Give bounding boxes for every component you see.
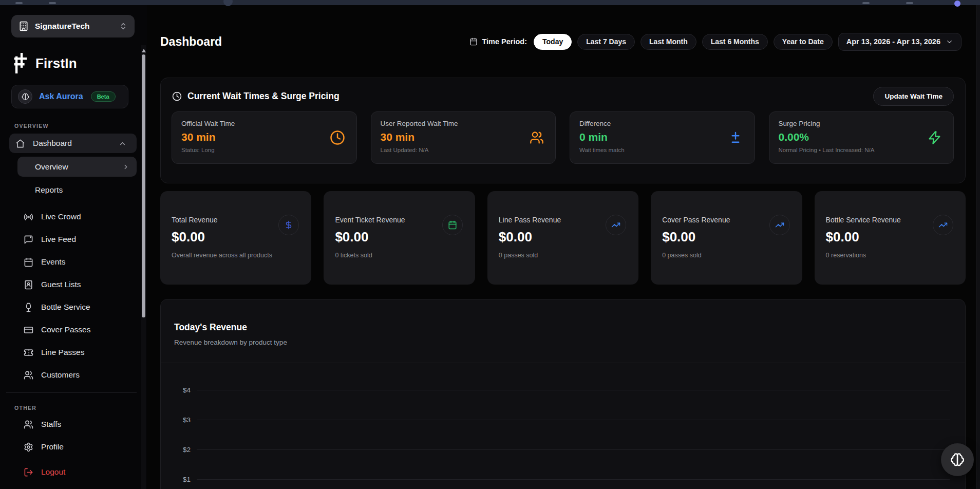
calendar-icon [24, 257, 33, 267]
sidebar-item-customers[interactable]: Customers [9, 365, 137, 385]
stat-value: 30 min [381, 131, 546, 143]
sidebar-item-label: Customers [41, 370, 126, 380]
date-range-dropdown[interactable]: Apr 13, 2026 - Apr 13, 2026 [838, 33, 962, 51]
sidebar-item-staffs[interactable]: Staffs [9, 414, 137, 435]
sidebar-item-guest-lists[interactable]: Guest Lists [9, 274, 137, 295]
update-wait-time-button[interactable]: Update Wait Time [873, 87, 954, 106]
sidebar-item-label: Cover Passes [41, 325, 126, 334]
period-last-7-days-button[interactable]: Last 7 Days [577, 34, 635, 50]
sidebar-item-label: Live Feed [41, 235, 126, 244]
zap-icon [928, 130, 942, 145]
chart-divider [161, 363, 965, 363]
ai-assistant-fab[interactable] [941, 443, 974, 476]
chart-subtitle: Revenue breakdown by product type [174, 338, 287, 346]
users-icon [24, 370, 33, 380]
page-header: Dashboard Time Period: Today Last 7 Days… [160, 32, 962, 51]
stat-value: 0 min [579, 131, 745, 143]
y-axis-row: $3 [161, 415, 965, 425]
trending-up-icon [938, 220, 948, 230]
users-icon [24, 420, 33, 429]
total-revenue-card: Total Revenue $0.00 Overall revenue acro… [160, 191, 311, 285]
period-last-month-button[interactable]: Last Month [640, 34, 696, 50]
dollar-sign-icon [284, 220, 293, 230]
y-tick-label: $3 [172, 416, 191, 424]
sidebar-item-label: Events [41, 257, 126, 267]
date-range-value: Apr 13, 2026 - Apr 13, 2026 [846, 37, 940, 46]
stat-label: Official Wait Time [181, 120, 347, 127]
wine-glass-icon [24, 303, 33, 312]
stat-label: Difference [579, 120, 745, 127]
sidebar-item-overview[interactable]: Overview [17, 157, 137, 177]
sidebar-divider [6, 392, 137, 393]
logout-icon [24, 467, 33, 477]
extensions-icon [906, 2, 913, 4]
icon-circle [933, 215, 953, 235]
brain-icon [950, 453, 965, 467]
stat-value: 0.00% [779, 131, 945, 143]
icon-circle [769, 215, 790, 235]
sidebar-item-reports[interactable]: Reports [0, 181, 147, 199]
official-wait-time-card: Official Wait Time 30 min Status: Long [172, 111, 357, 164]
chevron-right-icon [122, 163, 129, 171]
stat-sub: Status: Long [181, 147, 347, 153]
icon-circle [606, 215, 626, 235]
wait-times-header: Current Wait Times & Surge Pricing Updat… [172, 86, 954, 106]
surge-pricing-card: Surge Pricing 0.00% Normal Pricing • Las… [769, 111, 954, 164]
bottle-service-revenue-card: Bottle Service Revenue $0.00 0 reservati… [815, 191, 966, 285]
sidebar-item-label: Overview [35, 162, 122, 172]
sidebar-item-cover-passes[interactable]: Cover Passes [9, 319, 137, 340]
revenue-sub: 0 tickets sold [335, 252, 463, 259]
org-selector[interactable]: SignatureTech [11, 15, 135, 37]
sidebar-item-label: Logout [41, 467, 126, 477]
period-last-6-months-button[interactable]: Last 6 Months [702, 34, 768, 50]
guest-book-icon [24, 280, 33, 290]
page-title: Dashboard [160, 35, 222, 49]
sidebar-item-dashboard[interactable]: Dashboard [9, 134, 137, 153]
browser-strip [0, 0, 980, 5]
calendar-icon [448, 220, 457, 230]
clock-icon [330, 130, 345, 145]
revenue-cards-row: Total Revenue $0.00 Overall revenue acro… [160, 191, 966, 285]
sidebar-item-label: Guest Lists [41, 280, 126, 289]
stat-sub: Normal Pricing • Last Increased: N/A [779, 147, 945, 153]
time-period-group: Time Period: Today Last 7 Days Last Mont… [469, 33, 962, 51]
wait-times-title: Current Wait Times & Surge Pricing [172, 91, 340, 102]
firstin-logo-icon [13, 53, 29, 73]
sidebar-item-profile[interactable]: Profile [9, 437, 137, 457]
icon-circle [442, 215, 463, 235]
ask-aurora-button[interactable]: Ask Aurora Beta [11, 85, 128, 108]
chat-bubble-icon [24, 235, 33, 244]
sidebar-item-events[interactable]: Events [9, 252, 137, 272]
stat-value: 30 min [181, 131, 347, 143]
sidebar-scrollbar-thumb[interactable] [142, 54, 145, 317]
sidebar-item-live-crowd[interactable]: Live Crowd [9, 206, 137, 227]
wait-stat-cards: Official Wait Time 30 min Status: Long U… [172, 111, 954, 164]
sidebar-item-live-feed[interactable]: Live Feed [9, 229, 137, 250]
browser-icon [49, 2, 56, 4]
sidebar-item-label: Live Crowd [41, 212, 126, 221]
browser-profile-avatar[interactable] [954, 1, 960, 7]
window-scrollbar[interactable] [976, 5, 980, 489]
sidebar-item-logout[interactable]: Logout [9, 462, 137, 482]
stat-label: Surge Pricing [779, 120, 945, 127]
plus-minus-icon [728, 130, 743, 145]
gridline [197, 479, 950, 480]
clock-icon [172, 91, 182, 101]
sidebar-item-label: Profile [41, 442, 126, 452]
period-today-button[interactable]: Today [534, 34, 572, 50]
sidebar-item-line-passes[interactable]: Line Passes [9, 342, 137, 363]
building-icon [18, 21, 29, 31]
period-year-to-date-button[interactable]: Year to Date [774, 34, 833, 50]
brain-icon [18, 89, 32, 104]
sidebar-item-bottle-service[interactable]: Bottle Service [9, 297, 137, 317]
org-name: SignatureTech [35, 22, 113, 31]
sidebar-item-label: Line Passes [41, 348, 126, 357]
todays-revenue-chart-card: Today's Revenue Revenue breakdown by pro… [160, 299, 966, 489]
gridline [197, 420, 950, 420]
calendar-icon [469, 37, 478, 46]
y-axis-row: $2 [161, 444, 965, 455]
scrollbar-up-arrow[interactable] [141, 48, 146, 53]
brand: FirstIn [13, 51, 147, 76]
sidebar-item-label: Reports [35, 185, 63, 195]
section-label-overview: OVERVIEW [14, 123, 147, 130]
